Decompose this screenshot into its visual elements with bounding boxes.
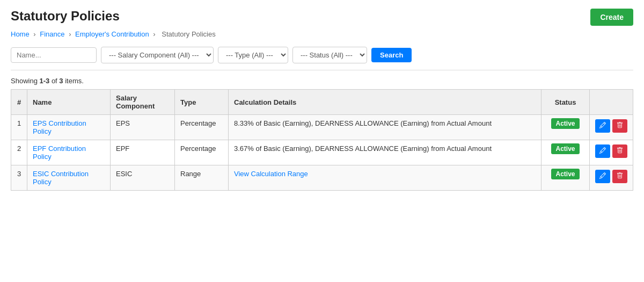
page-wrapper: Statutory Policies Create Home › Finance…	[0, 0, 644, 199]
col-header-salary-component: Salary Component	[111, 90, 175, 115]
policy-name-link[interactable]: EPS Contribution Policy	[33, 119, 86, 135]
breadcrumb-sep-3: ›	[153, 30, 157, 38]
cell-salary-component: EPS	[111, 115, 175, 140]
edit-button[interactable]	[595, 170, 610, 183]
cell-status: Active	[541, 140, 590, 165]
salary-component-select[interactable]: --- Salary Component (All) ---	[101, 47, 214, 63]
delete-button[interactable]	[612, 119, 627, 133]
cell-salary-component: EPF	[111, 140, 175, 165]
results-total: 3	[59, 77, 63, 85]
cell-name: EPF Contribution Policy	[27, 140, 111, 165]
cell-num: 1	[11, 115, 27, 140]
breadcrumb-sep-2: ›	[69, 30, 73, 38]
results-range: 1-3	[39, 77, 49, 85]
status-badge: Active	[551, 118, 579, 129]
filter-bar: --- Salary Component (All) --- --- Type …	[11, 47, 633, 70]
status-badge: Active	[551, 169, 579, 179]
table-body: 1EPS Contribution PolicyEPSPercentage8.3…	[11, 115, 633, 191]
cell-type: Percentage	[175, 115, 229, 140]
action-buttons	[595, 144, 627, 158]
breadcrumb: Home › Finance › Employer's Contribution…	[11, 30, 633, 38]
table-row: 3ESIC Contribution PolicyESICRangeView C…	[11, 165, 633, 191]
table-row: 2EPF Contribution PolicyEPFPercentage3.6…	[11, 140, 633, 165]
top-bar: Statutory Policies Create	[11, 9, 633, 26]
col-header-type: Type	[175, 90, 229, 115]
create-button[interactable]: Create	[590, 9, 633, 26]
status-select[interactable]: --- Status (All) ---	[292, 47, 367, 63]
cell-calculation-details: 8.33% of Basic (Earning), DEARNESS ALLOW…	[229, 115, 541, 140]
breadcrumb-employer-contribution[interactable]: Employer's Contribution	[75, 30, 149, 38]
search-button[interactable]: Search	[371, 48, 412, 62]
cell-actions	[590, 165, 633, 191]
delete-button[interactable]	[612, 170, 627, 183]
policy-name-link[interactable]: EPF Contribution Policy	[33, 144, 86, 161]
edit-button[interactable]	[595, 119, 610, 133]
breadcrumb-finance[interactable]: Finance	[40, 30, 64, 38]
cell-num: 2	[11, 140, 27, 165]
cell-status: Active	[541, 165, 590, 191]
cell-actions	[590, 140, 633, 165]
col-header-actions	[590, 90, 633, 115]
action-buttons	[595, 170, 627, 183]
breadcrumb-sep-1: ›	[33, 30, 38, 38]
col-header-num: #	[11, 90, 27, 115]
cell-type: Percentage	[175, 140, 229, 165]
cell-name: ESIC Contribution Policy	[27, 165, 111, 191]
status-badge: Active	[551, 143, 579, 154]
cell-name: EPS Contribution Policy	[27, 115, 111, 140]
edit-button[interactable]	[595, 144, 610, 158]
cell-calculation-details: View Calculation Range	[229, 165, 541, 191]
delete-button[interactable]	[612, 144, 627, 158]
col-header-calculation-details: Calculation Details	[229, 90, 541, 115]
results-table: # Name Salary Component Type Calculation…	[11, 89, 633, 191]
showing-text: Showing 1-3 of 3 items.	[11, 77, 633, 85]
breadcrumb-current: Statutory Policies	[162, 30, 215, 38]
cell-calculation-details: 3.67% of Basic (Earning), DEARNESS ALLOW…	[229, 140, 541, 165]
table-row: 1EPS Contribution PolicyEPSPercentage8.3…	[11, 115, 633, 140]
policy-name-link[interactable]: ESIC Contribution Policy	[33, 170, 89, 186]
page-title: Statutory Policies	[11, 9, 120, 24]
view-calculation-range-link[interactable]: View Calculation Range	[234, 170, 308, 178]
table-header: # Name Salary Component Type Calculation…	[11, 90, 633, 115]
col-header-status: Status	[541, 90, 590, 115]
col-header-name: Name	[27, 90, 111, 115]
cell-actions	[590, 115, 633, 140]
cell-type: Range	[175, 165, 229, 191]
breadcrumb-home[interactable]: Home	[11, 30, 30, 38]
cell-num: 3	[11, 165, 27, 191]
type-select[interactable]: --- Type (All) ---	[218, 47, 288, 63]
cell-salary-component: ESIC	[111, 165, 175, 191]
name-input[interactable]	[11, 47, 97, 63]
cell-status: Active	[541, 115, 590, 140]
action-buttons	[595, 119, 627, 133]
